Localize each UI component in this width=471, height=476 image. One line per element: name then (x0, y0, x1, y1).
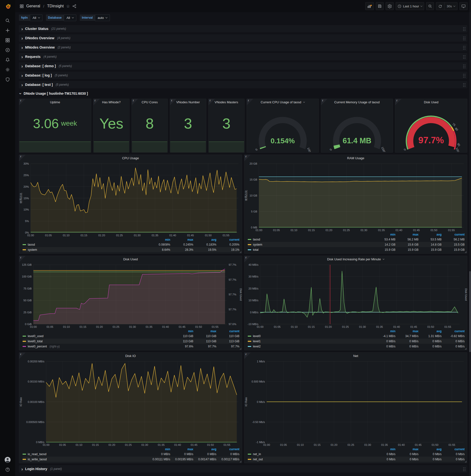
panel-info-icon[interactable]: i (132, 99, 138, 105)
panel-info-icon[interactable]: i (321, 99, 327, 105)
legend-column-max[interactable]: max (170, 447, 193, 451)
legend-series-toggle[interactable]: level0_total (23, 340, 170, 343)
legend-column-min[interactable]: min (147, 447, 170, 451)
configuration-gear-icon[interactable] (2, 65, 13, 75)
legend-column-avg[interactable]: avg (419, 233, 441, 236)
resize-handle-icon[interactable] (239, 460, 241, 462)
legend-column-current[interactable]: current (216, 447, 239, 451)
legend-column-current[interactable]: current (441, 233, 465, 236)
dashboard-row-dnodes-overview[interactable]: ›DNodes Overview(4 panels) (19, 34, 467, 42)
dashboard-row-database-demo[interactable]: ›Database: [ demo ](5 panels) (19, 62, 467, 70)
panel-title[interactable]: Uptime (19, 99, 91, 105)
drag-handle-icon[interactable] (463, 36, 464, 37)
panel-title[interactable]: Current CPU Usage of taosd (247, 99, 319, 105)
user-avatar[interactable] (2, 455, 13, 465)
share-icon[interactable] (72, 4, 76, 8)
drag-handle-icon[interactable] (463, 55, 464, 56)
legend-series-toggle[interactable]: system (248, 243, 372, 246)
legend-series-toggle[interactable]: system (23, 248, 147, 252)
panel-title[interactable]: Disk Used (19, 256, 242, 262)
save-dashboard-button[interactable] (376, 2, 384, 10)
variable-label[interactable]: Database (46, 15, 64, 21)
variable-label[interactable]: fqdn (19, 15, 30, 21)
panel-title[interactable]: Current Memory Usage of taosd (321, 99, 393, 105)
panel-info-icon[interactable]: i (244, 155, 251, 161)
help-icon[interactable] (2, 465, 13, 475)
panel-title[interactable]: Disk Used (395, 99, 467, 105)
legend-column-avg[interactable]: avg (419, 447, 441, 451)
panel-info-icon[interactable]: i (19, 353, 26, 359)
legend-column-current[interactable]: current (216, 238, 239, 241)
legend-column-min[interactable]: min (372, 329, 395, 333)
drag-handle-icon[interactable] (463, 27, 464, 28)
dashboard-row-database-log[interactable]: ›Database: [ log ](5 panels) (19, 72, 467, 79)
panel-title[interactable]: CPU Usage (19, 155, 242, 161)
panel-info-icon[interactable]: i (208, 99, 215, 105)
legend-column-max[interactable]: max (395, 233, 419, 236)
grafana-logo[interactable] (2, 1, 13, 12)
legend-column-min[interactable]: min (147, 238, 170, 241)
drag-handle-icon[interactable] (463, 46, 464, 47)
time-range-picker[interactable]: Last 1 hour (396, 2, 424, 10)
apps-icon[interactable] (20, 4, 24, 8)
legend-series-toggle[interactable]: level0 (248, 334, 372, 338)
dashboard-row-login-history[interactable]: › Login History (1 panel) (19, 465, 467, 473)
drag-handle-icon[interactable] (463, 65, 464, 65)
drag-handle-icon[interactable] (463, 74, 464, 75)
create-plus-icon[interactable] (2, 26, 13, 35)
legend-series-toggle[interactable]: net_in (248, 452, 372, 456)
alerting-bell-icon[interactable] (2, 55, 13, 65)
dashboards-icon[interactable] (2, 35, 13, 45)
legend-column-max[interactable]: max (395, 447, 419, 451)
drag-handle-icon[interactable] (463, 83, 464, 84)
resize-handle-icon[interactable] (465, 348, 467, 350)
panel-title[interactable]: Disk IO (19, 353, 242, 359)
legend-series-toggle[interactable]: taosd (23, 243, 147, 246)
legend-series-toggle[interactable]: taosd (248, 238, 372, 241)
variable-value-dropdown[interactable]: All (30, 15, 42, 21)
legend-series-toggle[interactable]: net_out (248, 458, 372, 461)
dashboard-settings-button[interactable] (386, 2, 394, 10)
legend-series-toggle[interactable]: level1 (248, 340, 372, 343)
legend-column-max[interactable]: max (193, 329, 216, 333)
panel-title[interactable]: RAM Usage (244, 155, 467, 161)
panel-info-icon[interactable]: i (244, 256, 251, 262)
resize-handle-icon[interactable] (239, 348, 241, 350)
legend-column-current[interactable]: current (441, 447, 465, 451)
legend-column-avg[interactable]: avg (193, 238, 216, 241)
dashboard-row-mnodes-overview[interactable]: ›MNodes Overview(2 panels) (19, 44, 467, 51)
resize-handle-icon[interactable] (239, 251, 241, 253)
panel-info-icon[interactable]: i (19, 256, 26, 262)
panel-info-icon[interactable]: i (19, 155, 26, 161)
panel-info-icon[interactable]: i (395, 99, 402, 105)
dashboard-row-requests[interactable]: ›Requests(4 panels) (19, 53, 467, 60)
legend-series-toggle[interactable]: level2 (248, 345, 372, 348)
legend-column-min[interactable]: min (372, 233, 395, 236)
legend-series-toggle[interactable]: io_write_taosd (23, 458, 147, 461)
resize-handle-icon[interactable] (465, 460, 467, 462)
legend-column-current[interactable]: current (216, 329, 239, 333)
legend-column-avg[interactable]: avg (193, 447, 216, 451)
search-icon[interactable] (2, 16, 13, 26)
panel-info-icon[interactable]: i (247, 99, 253, 105)
panel-title[interactable]: Net (244, 353, 467, 359)
variable-label[interactable]: Interval (80, 15, 95, 21)
legend-column-max[interactable]: max (395, 329, 419, 333)
breadcrumb-page[interactable]: TDinsight (47, 4, 64, 8)
legend-series-toggle[interactable]: io_read_taosd (23, 452, 147, 456)
server-admin-shield-icon[interactable] (2, 75, 13, 85)
panel-info-icon[interactable]: i (93, 99, 100, 105)
refresh-button[interactable] (436, 2, 444, 10)
legend-column-avg[interactable]: avg (419, 329, 441, 333)
breadcrumb-section[interactable]: General (26, 4, 40, 8)
dashboard-row-cluster-status[interactable]: ›Cluster Status(21 panels) (19, 25, 467, 32)
legend-column-current[interactable]: current (441, 329, 465, 333)
variable-value-dropdown[interactable]: auto (95, 15, 110, 21)
legend-column-max[interactable]: max (170, 238, 193, 241)
legend-series-toggle[interactable]: total (248, 248, 372, 252)
legend-series-toggle[interactable]: level0_percent(right-y) (23, 345, 170, 348)
panel-info-icon[interactable]: i (244, 353, 251, 359)
legend-column-min[interactable]: min (170, 329, 193, 333)
panel-info-icon[interactable]: i (170, 99, 176, 105)
explore-compass-icon[interactable] (2, 45, 13, 55)
